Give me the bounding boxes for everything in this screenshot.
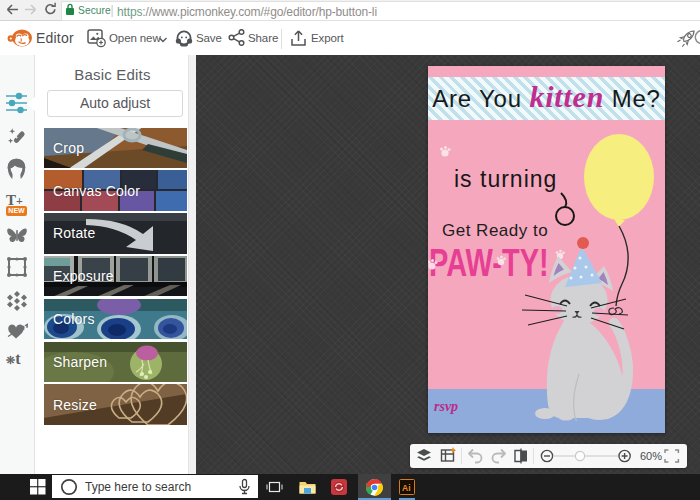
svg-text:60%: 60% (640, 450, 662, 462)
svg-text:Ai: Ai (402, 483, 411, 493)
